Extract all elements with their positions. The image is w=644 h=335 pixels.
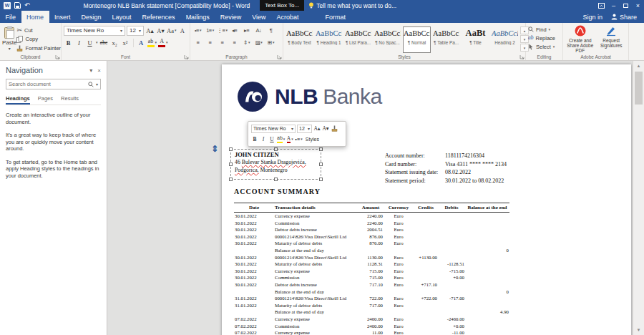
word-app-icon[interactable]: W: [4, 2, 11, 9]
ribbon-tab[interactable]: Mailings: [180, 11, 215, 23]
resize-handle[interactable]: [319, 178, 323, 181]
resize-handle[interactable]: [319, 147, 323, 151]
ribbon-tab[interactable]: View: [247, 11, 271, 23]
multilevel-list-button[interactable]: ⋮≡▾: [217, 26, 228, 36]
style-card[interactable]: AaBbCcDc ¶ Heading 1: [315, 26, 343, 53]
resize-handle[interactable]: [229, 178, 233, 181]
scrollbar-thumb[interactable]: [635, 72, 643, 105]
shrink-font-button[interactable]: A▾: [156, 26, 165, 36]
search-icon[interactable]: [88, 82, 94, 87]
nav-tab[interactable]: Pages: [38, 95, 53, 105]
decrease-indent-button[interactable]: ◂≡: [229, 26, 240, 36]
resize-handle[interactable]: [274, 147, 278, 151]
grow-font-button[interactable]: A▴: [145, 26, 155, 36]
sign-in-link[interactable]: Sign in: [582, 14, 602, 21]
clear-formatting-button[interactable]: A: [177, 26, 187, 36]
select-button[interactable]: Select ▾: [528, 42, 560, 51]
chevron-down-icon[interactable]: ▾: [89, 67, 92, 74]
mini-font-size-select[interactable]: 12 ▾: [297, 125, 312, 133]
ribbon-tab[interactable]: Layout: [107, 11, 137, 23]
mini-styles-button[interactable]: Styles: [306, 137, 319, 142]
style-card[interactable]: AaBbCcI Heading 2: [491, 26, 519, 53]
dialog-launcher-icon[interactable]: [54, 54, 60, 59]
underline-button[interactable]: U: [85, 38, 94, 48]
vertical-scrollbar[interactable]: ▲ ▼: [633, 61, 644, 335]
close-pane-icon[interactable]: ×: [97, 67, 101, 74]
format-painter-button[interactable]: Format Painter: [16, 44, 61, 52]
sort-button[interactable]: A↓: [253, 26, 264, 36]
chevron-down-icon[interactable]: ▾: [96, 82, 98, 87]
dialog-launcher-icon[interactable]: [183, 54, 189, 59]
find-button[interactable]: Find ▾: [528, 25, 560, 34]
bullets-button[interactable]: •≡▾: [192, 26, 203, 36]
underline-button[interactable]: U: [268, 135, 275, 144]
recipient-text-box[interactable]: JOHN CITIZEN 46 Bulevar Stanka Dragojevi…: [230, 149, 321, 180]
close-icon[interactable]: ×: [632, 0, 644, 11]
justify-button[interactable]: ≡: [229, 38, 240, 48]
show-hide-pilcrow-button[interactable]: ¶: [265, 26, 276, 36]
ribbon-tab[interactable]: Acrobat: [271, 11, 304, 23]
style-card[interactable]: AaBbCcDc ¶ Body Text: [286, 26, 313, 53]
create-pdf-button[interactable]: Create and Share Adobe PDF: [565, 24, 595, 52]
bullets-button[interactable]: •≡▾: [295, 135, 303, 144]
request-signatures-button[interactable]: Request Signatures: [597, 24, 627, 52]
superscript-button[interactable]: x²: [121, 38, 130, 48]
resize-handle[interactable]: [319, 162, 323, 166]
ribbon-tab[interactable]: Review: [215, 11, 247, 23]
shading-button[interactable]: ▨▾: [253, 38, 264, 48]
subscript-button[interactable]: x₂: [110, 38, 119, 48]
style-card[interactable]: AaBbCcL ¶ List Para...: [344, 26, 372, 53]
change-case-button[interactable]: Aa▾: [167, 26, 176, 36]
document-canvas[interactable]: ⇕ NLBBanka Times New Ro ▾ 12: [107, 61, 633, 335]
borders-button[interactable]: ⊞▾: [265, 38, 276, 48]
font-family-select[interactable]: Times New Ro ▾: [64, 26, 125, 36]
copy-button[interactable]: Copy: [16, 35, 61, 43]
dialog-launcher-icon[interactable]: [276, 54, 282, 59]
text-box-tools-label[interactable]: Text Box To...: [260, 0, 304, 11]
undo-icon[interactable]: ↶: [24, 2, 30, 9]
minimize-icon[interactable]: –: [608, 0, 620, 11]
style-card[interactable]: AaBbCcL ¶ Normal: [403, 26, 431, 53]
ribbon-tab[interactable]: References: [137, 11, 180, 23]
format-painter-icon[interactable]: [331, 125, 338, 133]
scroll-up-icon[interactable]: ▲: [633, 61, 644, 71]
ribbon-tab-format[interactable]: Format: [320, 11, 351, 23]
line-spacing-button[interactable]: ⇕▾: [241, 38, 252, 48]
nav-tab[interactable]: Results: [61, 95, 79, 105]
share-button[interactable]: Share: [611, 14, 637, 21]
align-left-button[interactable]: ≡: [192, 38, 203, 48]
bold-button[interactable]: B: [251, 135, 258, 144]
cut-button[interactable]: ✂ Cut: [16, 26, 61, 34]
style-card[interactable]: AaBbCcL ¶ No Spac...: [374, 26, 401, 53]
bold-button[interactable]: B: [64, 38, 73, 48]
resize-handle[interactable]: [229, 147, 233, 151]
resize-handle[interactable]: [229, 162, 233, 166]
tell-me-box[interactable]: Tell me what you want to do...: [308, 2, 396, 9]
ribbon-display-options-icon[interactable]: [595, 0, 608, 11]
search-input[interactable]: [9, 81, 86, 87]
italic-button[interactable]: I: [260, 135, 267, 144]
replace-button[interactable]: ab Replace: [528, 34, 560, 42]
ribbon-tab[interactable]: Home: [21, 11, 49, 23]
restore-icon[interactable]: [620, 0, 632, 11]
document-page[interactable]: NLBBanka Times New Ro ▾ 12 ▾ A▴ A▾: [222, 64, 631, 335]
scroll-down-icon[interactable]: ▼: [633, 325, 644, 335]
paste-button[interactable]: Paste ▾: [2, 24, 16, 52]
ribbon-tab[interactable]: File: [0, 11, 21, 23]
chevron-down-icon[interactable]: ▾: [96, 41, 98, 44]
strikethrough-button[interactable]: abc: [99, 38, 109, 48]
highlight-button[interactable]: ab ▾: [147, 38, 157, 48]
ribbon-tab[interactable]: Insert: [49, 11, 77, 23]
object-anchor-icon[interactable]: ⇕: [211, 144, 218, 154]
style-card[interactable]: AaBt ¶ Title: [462, 26, 489, 53]
text-effects-button[interactable]: A: [137, 38, 146, 48]
nav-tab[interactable]: Headings: [6, 95, 30, 105]
increase-indent-button[interactable]: ▸≡: [241, 26, 252, 36]
grow-font-button[interactable]: A▴: [313, 125, 321, 133]
save-icon[interactable]: [14, 2, 21, 9]
font-color-button[interactable]: A ▾: [286, 135, 293, 144]
align-center-button[interactable]: ≡: [205, 38, 215, 48]
shrink-font-button[interactable]: A▾: [322, 125, 329, 133]
numbering-button[interactable]: 1≡▾: [205, 26, 215, 36]
style-card[interactable]: AaBbCcL ¶ Table Pa...: [432, 26, 460, 53]
